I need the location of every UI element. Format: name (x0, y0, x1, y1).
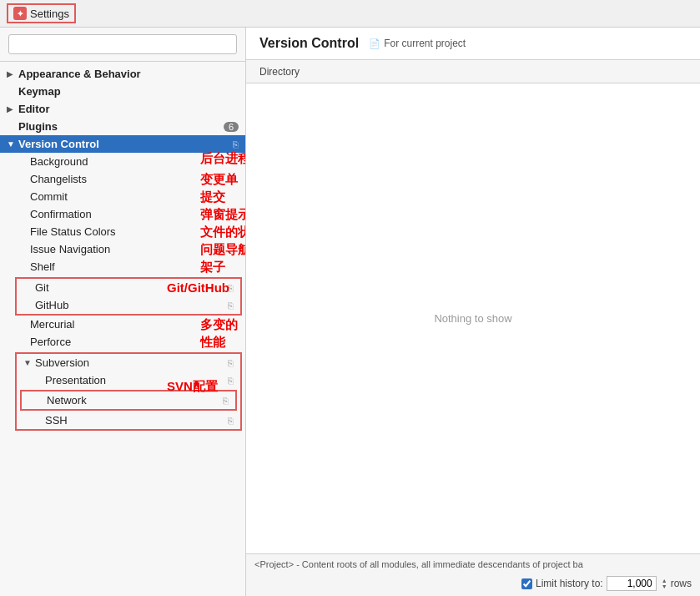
title-bar-border: ✦ Settings (7, 3, 76, 23)
directory-header: Directory (259, 66, 300, 78)
sidebar-item-file-status[interactable]: File Status Colors (0, 223, 245, 240)
title-bar: ✦ Settings (0, 0, 700, 28)
sidebar-item-label: File Status Colors (30, 225, 116, 238)
copy-icon: ⎘ (228, 376, 234, 386)
copy-icon: ⎘ (233, 139, 239, 149)
sidebar-item-presentation[interactable]: Presentation ⎘ (17, 371, 240, 389)
sidebar-item-subversion[interactable]: ▼ Subversion ⎘ (17, 354, 240, 371)
git-github-border: Git ⎘ GitHub ⎘ (15, 277, 242, 316)
sidebar-item-perforce[interactable]: Perforce (0, 333, 245, 351)
arrow-icon: ▶ (7, 104, 18, 114)
network-border: Network ⎘ (20, 390, 237, 411)
limit-history-input[interactable] (607, 576, 657, 591)
sidebar-item-confirmation[interactable]: Confirmation (0, 205, 245, 223)
spinner-up[interactable]: ▲ (662, 578, 667, 583)
right-footer: <Project> - Content roots of all modules… (246, 553, 700, 596)
sidebar-item-label: Appearance & Behavior (18, 68, 141, 80)
sidebar-item-label: Issue Navigation (30, 243, 110, 255)
sidebar-item-label: Mercurial (30, 318, 74, 331)
sidebar-item-ssh[interactable]: SSH ⎘ (17, 412, 240, 429)
file-status-row: File Status Colors 文件的状态颜色 (0, 223, 245, 240)
sidebar-item-label: Network (47, 394, 87, 407)
sidebar-item-label: Perforce (30, 336, 71, 348)
limit-history-section: Limit history to: ▲ ▼ rows (521, 576, 692, 591)
search-wrapper: 🔍 (8, 34, 237, 54)
right-header: Version Control 📄 For current project (246, 28, 700, 60)
panel-title: Version Control (259, 36, 359, 51)
subversion-section: ▼ Subversion ⎘ Presentation ⎘ (0, 352, 245, 431)
confirmation-row: Confirmation 弹窗提示：确认提交 (0, 205, 245, 223)
search-input[interactable] (8, 34, 237, 54)
commit-row: Commit 提交 (0, 188, 245, 205)
sidebar: 🔍 ▶ Appearance & Behavior Keymap ▶ (0, 28, 246, 596)
copy-icon: ⎘ (228, 283, 234, 293)
sidebar-item-shelf[interactable]: Shelf (0, 258, 245, 275)
plugins-badge: 6 (224, 122, 239, 132)
window-title: Settings (30, 8, 69, 20)
sidebar-item-commit[interactable]: Commit (0, 188, 245, 205)
sidebar-item-appearance[interactable]: ▶ Appearance & Behavior (0, 65, 245, 83)
mercurial-row: Mercurial 多变的 (0, 316, 245, 333)
search-bar: 🔍 (0, 28, 245, 62)
shelf-row: Shelf 架子 (0, 258, 245, 275)
app-icon: ✦ (13, 7, 27, 20)
sidebar-item-mercurial[interactable]: Mercurial (0, 316, 245, 333)
project-path-text: <Project> - Content roots of all modules… (254, 559, 583, 569)
spinner-down[interactable]: ▼ (662, 583, 667, 589)
git-section: Git ⎘ GitHub ⎘ Git/GitHub (0, 277, 245, 316)
copy-icon: ⎘ (228, 358, 234, 368)
sidebar-item-label: Plugins (18, 120, 58, 133)
empty-state: Nothing to show (246, 83, 700, 553)
sidebar-item-label: Changelists (30, 173, 87, 185)
sidebar-item-label: Presentation (45, 374, 106, 386)
sidebar-item-changelists[interactable]: Changelists (0, 170, 245, 188)
sidebar-item-label: Shelf (30, 260, 55, 273)
sidebar-item-keymap[interactable]: Keymap (0, 83, 245, 100)
limit-history-label: Limit history to: (536, 578, 603, 589)
limit-history-spinner: ▲ ▼ (662, 578, 667, 589)
copy-icon: ⎘ (223, 396, 229, 406)
right-panel: Version Control 📄 For current project Di… (246, 28, 700, 596)
subversion-border: ▼ Subversion ⎘ Presentation ⎘ (15, 352, 242, 431)
sidebar-item-github[interactable]: GitHub ⎘ (17, 296, 240, 314)
limit-history-checkbox[interactable] (521, 578, 532, 589)
sidebar-item-label: SSH (45, 414, 68, 427)
sidebar-item-plugins[interactable]: Plugins 6 (0, 118, 245, 135)
panel-subtitle: 📄 For current project (369, 38, 466, 49)
sidebar-item-issue-navigation[interactable]: Issue Navigation (0, 240, 245, 258)
main-content: 🔍 ▶ Appearance & Behavior Keymap ▶ (0, 28, 700, 596)
sidebar-item-git[interactable]: Git ⎘ (17, 279, 240, 296)
sidebar-item-label: Keymap (18, 85, 61, 98)
arrow-icon: ▼ (7, 139, 18, 149)
sidebar-item-label: GitHub (35, 299, 68, 311)
subtitle-text: For current project (384, 38, 466, 49)
sidebar-item-network[interactable]: Network ⎘ (22, 391, 235, 409)
sidebar-item-version-control[interactable]: ▼ Version Control ⎘ (0, 135, 245, 153)
sidebar-item-label: Git (35, 281, 49, 294)
empty-state-text: Nothing to show (434, 312, 511, 325)
arrow-icon: ▼ (23, 358, 35, 367)
sidebar-item-label: Commit (30, 190, 68, 203)
sidebar-item-editor[interactable]: ▶ Editor (0, 100, 245, 118)
issue-nav-row: Issue Navigation 问题导航 (0, 240, 245, 258)
sidebar-item-label: Confirmation (30, 208, 92, 220)
copy-icon: ⎘ (228, 416, 234, 426)
sidebar-item-label: Editor (18, 103, 50, 115)
background-row: Background 后台进程处理 (0, 153, 245, 170)
sidebar-item-label: Subversion (35, 356, 89, 369)
perforce-row: Perforce 性能 (0, 333, 245, 351)
sidebar-item-background[interactable]: Background (0, 153, 245, 170)
right-body: Directory Nothing to show (246, 60, 700, 553)
arrow-icon: ▶ (7, 69, 18, 78)
page-icon: 📄 (369, 38, 380, 49)
settings-window: ✦ Settings 🔍 ▶ Appearance & Behavior (0, 0, 700, 596)
table-header: Directory (246, 60, 700, 83)
sidebar-tree: ▶ Appearance & Behavior Keymap ▶ Editor … (0, 62, 245, 596)
rows-label: rows (671, 578, 692, 589)
changelists-row: Changelists 变更单 (0, 170, 245, 188)
sidebar-item-label: Version Control (18, 138, 99, 150)
copy-icon: ⎘ (228, 301, 234, 311)
sidebar-item-label: Background (30, 155, 88, 168)
